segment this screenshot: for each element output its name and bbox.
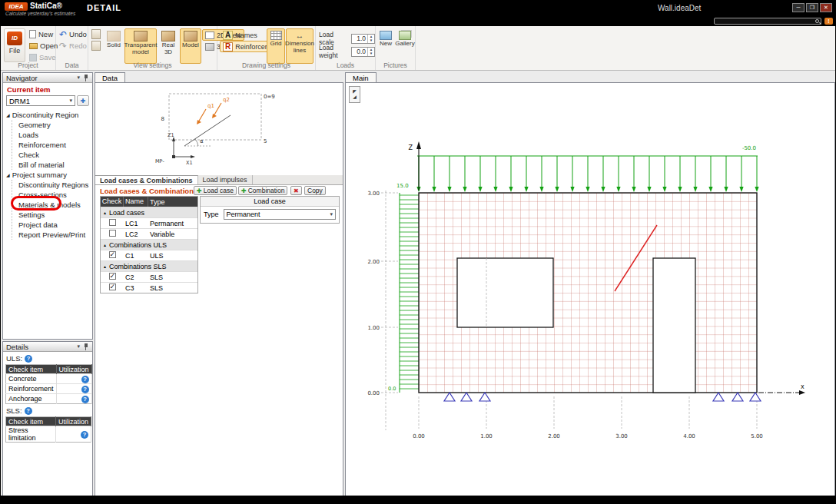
tab-load-cases-combinations[interactable]: Load cases & Combinations [95,175,198,184]
tree-item-discontinuity-regions[interactable]: Discontinuity Regions [18,180,92,190]
help-icon[interactable]: ? [25,407,32,415]
open-label: Open [40,41,58,50]
alert-icon[interactable]: ! [824,18,833,25]
tab-data[interactable]: Data [95,72,125,82]
tree-item-settings[interactable]: Settings [18,210,92,220]
tab-main[interactable]: Main [345,72,377,82]
tree-item-geometry[interactable]: Geometry [18,120,92,130]
cell-type: ULS [148,252,197,260]
idea-file-icon: ID [7,32,22,45]
search-icon [815,19,819,23]
delete-button[interactable]: ✖ [290,186,302,195]
col-type: Type [148,198,197,206]
tree-item-project-data[interactable]: Project data [18,220,92,230]
checkbox[interactable] [109,284,116,290]
chevron-down-icon[interactable]: ▾ [77,75,80,81]
cell-name: C1 [124,252,148,260]
pin-icon[interactable] [83,343,89,350]
z-axis: Z [409,141,421,191]
tree-item-cross-sections[interactable]: Cross-sections [18,190,92,200]
check-item-reinforcement: Reinforcement [6,384,57,394]
tree-item-loads[interactable]: Loads [18,130,92,140]
load-case-type-select[interactable]: Permanent ▾ [224,209,336,220]
search-input[interactable] [714,18,821,25]
table-row-lc2[interactable]: LC2 Variable [101,228,197,239]
minimize-button[interactable]: ─ [792,3,804,12]
table-row[interactable]: Stress limitation? [6,426,91,443]
y-axis-ticks: 3.00 2.00 1.00 0.00 [367,191,380,396]
gallery-button[interactable]: Gallery [395,28,415,64]
load-scale-input[interactable]: 1.0 ▲▼ [351,34,375,44]
svg-text:MP-: MP- [155,158,164,164]
restore-button[interactable]: ❐ [806,3,818,12]
tree-group-discontinuity-region[interactable]: ◢ Discontinuity Region [6,110,92,120]
group-label: Load cases [109,209,144,217]
chevron-down-icon[interactable]: ▾ [77,343,80,350]
table-row[interactable]: Reinforcement? [6,384,92,394]
undo-button[interactable]: ↶Undo [58,28,88,40]
grid-toggle-button[interactable]: Grid [267,28,285,64]
cell-type: SLS [148,284,197,292]
svg-text:5: 5 [264,138,267,144]
load-scale-spinner[interactable]: ▲▼ [367,35,374,43]
svg-text:Z1: Z1 [168,132,174,138]
new-button[interactable]: New [28,28,59,40]
table-row-lc1[interactable]: LC1 Permanent [101,217,197,228]
close-button[interactable]: ✕ [820,3,832,12]
tree-item-bill-of-material[interactable]: Bill of material [18,160,92,170]
view-tool-button-2[interactable] [90,40,102,51]
checkbox[interactable] [109,251,116,258]
picture-new-button[interactable]: New [377,28,394,64]
real3d-label: Real 3D [159,42,177,55]
add-load-case-button[interactable]: ✚Load case [194,186,237,195]
redo-label: Redo [69,41,87,50]
cell-type: SLS [148,274,197,281]
checkbox[interactable] [109,273,116,280]
table-row-c1[interactable]: C1 ULS [101,250,197,260]
type-value: Permanent [227,211,260,218]
zoom-fit-button[interactable]: ◤◢ [349,86,360,103]
tree-item-materials-models[interactable]: Materials & models [18,200,92,210]
add-region-button[interactable]: ✚ [77,95,89,106]
dimension-lines-toggle-button[interactable]: ↔Dimension lines [286,28,314,64]
tab-load-impulses[interactable]: Load impulses [198,175,253,184]
names-icon: A [223,31,233,40]
table-row[interactable]: Anchorage? [6,394,92,404]
new-label: New [38,30,53,38]
table-row-c3[interactable]: C3 SLS [101,282,197,293]
group-row-load-cases[interactable]: ▴Load cases [101,207,197,217]
help-icon[interactable]: ? [25,355,32,363]
tree-item-check[interactable]: Check [18,150,92,160]
file-button[interactable]: ID File [4,28,25,62]
open-folder-icon [29,43,38,49]
group-label-data: Data [56,61,88,69]
pin-icon[interactable] [83,75,89,81]
table-row-c2[interactable]: C2 SLS [101,271,197,282]
title-bar: IDEA StatiCa® Calculate yesterday's esti… [1,1,835,16]
status-icon: ? [81,386,89,393]
real3d-cube-icon [161,31,175,41]
main-drawing-canvas[interactable]: -50.0 15.0 0.0 Z x 3.00 [346,83,834,496]
tree-item-reinforcement[interactable]: Reinforcement [18,140,92,150]
checkbox[interactable] [109,230,116,237]
group-row-combinations-sls[interactable]: ▴Combinations SLS [101,260,197,271]
model-view-button[interactable]: Model [180,28,201,64]
copy-button[interactable]: Copy [304,186,326,195]
solid-view-button[interactable]: Solid [104,28,124,64]
add-combination-button[interactable]: ✚Combination [238,186,287,195]
real-3d-button[interactable]: Real 3D [158,28,179,64]
load-weight-input[interactable]: 0.0 ▲▼ [351,47,375,57]
group-row-combinations-uls[interactable]: ▴Combinations ULS [101,239,197,250]
redo-button[interactable]: ↷Redo [58,40,88,51]
checkbox[interactable] [109,219,116,226]
load-weight-spinner[interactable]: ▲▼ [367,48,374,56]
navigator-panel: Navigator ▾ Current item DRM1 ▾ ✚ ◢ Disc… [2,72,93,340]
current-item-select[interactable]: DRM1 ▾ [6,95,75,106]
table-row[interactable]: Concrete? [6,374,92,384]
tree-group-project-summary[interactable]: ◢ Project summary [6,170,92,180]
open-button[interactable]: Open [28,40,59,51]
transparent-model-button[interactable]: Transparent model [124,28,157,64]
tree-item-report-preview-print[interactable]: Report Preview/Print [18,230,92,240]
view-tool-button-1[interactable] [90,28,102,40]
svg-text:4.00: 4.00 [683,433,695,439]
